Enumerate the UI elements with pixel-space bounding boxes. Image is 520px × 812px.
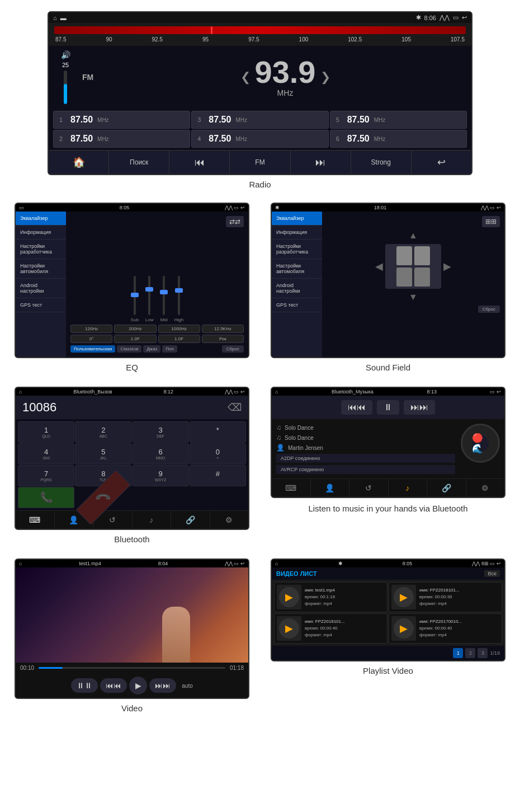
home-icon[interactable]: ⌂ (53, 15, 57, 21)
eq-val-1f[interactable]: 1.0F (114, 335, 156, 343)
preset-2[interactable]: 2 87.50 MHz (53, 130, 190, 148)
sf-menu-car[interactable]: Настройки автомобиля (272, 259, 322, 279)
eq-val-1f2[interactable]: 1.0F (158, 335, 200, 343)
playlist-filter-btn[interactable]: Все (484, 570, 500, 577)
bt-next-btn[interactable]: ⏭⏭ (404, 400, 435, 415)
sf-right-arrow[interactable]: ▶ (443, 260, 451, 273)
dial-7[interactable]: 7PQRS (18, 465, 74, 486)
bt-nav-settings[interactable]: ⚙ (210, 511, 249, 529)
dial-star[interactable]: * (190, 421, 246, 443)
back-icon[interactable]: ↩ (462, 14, 467, 21)
eq-menu-gps[interactable]: GPS тест (16, 298, 66, 312)
bt-music-nav-dialpad[interactable]: ⌨ (272, 479, 311, 497)
eq-track-low[interactable] (148, 276, 150, 315)
strong-nav-btn[interactable]: Strong (351, 151, 412, 174)
sf-left-arrow[interactable]: ◀ (375, 260, 383, 273)
dial-hash[interactable]: # (190, 465, 246, 486)
bt-play-btn[interactable]: ⏸ (377, 400, 399, 415)
preset-6[interactable]: 6 87.50 MHz (330, 130, 467, 148)
bt-nav-link[interactable]: 🔗 (171, 511, 210, 529)
bt-nav-music[interactable]: ♪ (133, 511, 172, 529)
eq-track-sub[interactable] (134, 276, 136, 315)
dial-4[interactable]: 4GHI (18, 443, 74, 464)
eq-reset-btn[interactable]: Сброс (222, 345, 244, 353)
eq-freq-1k[interactable]: 1000Hz (158, 325, 200, 333)
eq-track-mid[interactable] (163, 276, 165, 315)
eq-preset-pop[interactable]: Поп (162, 345, 177, 353)
sf-menu-gps[interactable]: GPS тест (272, 298, 322, 312)
preset-5[interactable]: 5 87.50 MHz (330, 111, 467, 129)
preset-num: 3 (197, 116, 204, 123)
eq-menu-android[interactable]: Android настройки (16, 279, 66, 298)
bt-nav-dialpad[interactable]: ⌨ (16, 511, 55, 529)
volume-bar[interactable] (64, 71, 67, 104)
prev-freq-btn[interactable]: ❮ (240, 70, 250, 85)
next-freq-btn[interactable]: ❯ (320, 70, 330, 85)
dial-1[interactable]: 1QLD (18, 421, 74, 443)
eq-menu-car[interactable]: Настройки автомобиля (16, 259, 66, 279)
search-nav-btn[interactable]: Поиск (109, 151, 169, 174)
page-2-btn[interactable]: 2 (465, 648, 475, 658)
sf-icon-btn[interactable]: ⊞⊞ (482, 216, 500, 227)
preset-num: 2 (59, 135, 66, 142)
playlist-item-4[interactable]: ▶ имя: FPZ20170010... время: 00:00:40 фо… (389, 613, 502, 644)
bt-music-nav-settings[interactable]: ⚙ (466, 479, 505, 497)
eq-freq-125k[interactable]: 12.5KHz (202, 325, 244, 333)
preset-freq: 87.50 (209, 115, 231, 125)
dial-9[interactable]: 9WXYZ (133, 465, 189, 486)
next-nav-btn[interactable]: ⏭ (291, 151, 351, 174)
preset-1[interactable]: 1 87.50 MHz (53, 111, 190, 129)
eq-menu-info[interactable]: Информация (16, 226, 66, 240)
sf-down-arrow[interactable]: ▼ (409, 292, 418, 302)
preset-3[interactable]: 3 87.50 MHz (191, 111, 328, 129)
bt-music-nav-contacts[interactable]: 👤 (311, 479, 350, 497)
dial-5[interactable]: 5JKL (75, 443, 131, 464)
tuner-slider-container[interactable] (54, 26, 466, 34)
eq-val-rok[interactable]: Рок (202, 335, 244, 343)
sf-up-arrow[interactable]: ▲ (409, 231, 418, 241)
bt-music-nav-calls[interactable]: ↺ (349, 479, 389, 497)
eq-val-0[interactable]: 0° (70, 335, 112, 343)
eq-menu-eq[interactable]: Эквалайзер (16, 212, 66, 226)
home-nav-btn[interactable]: 🏠 (49, 151, 109, 174)
dial-3[interactable]: 3DEF (133, 421, 189, 443)
video-forward-btn[interactable]: ⏭⏭ (149, 678, 176, 693)
video-rewind-btn[interactable]: ⏮⏮ (100, 678, 127, 693)
sf-reset-btn[interactable]: Сброс (478, 306, 500, 313)
eq-preset-user[interactable]: Пользовательская (70, 345, 115, 353)
playlist-thumb-4: ▶ (391, 616, 416, 641)
sf-menu-info[interactable]: Информация (272, 226, 322, 240)
dial-2[interactable]: 2ABC (75, 421, 131, 443)
eq-menu-dev[interactable]: Настройки разработчика (16, 240, 66, 259)
playlist-item-1[interactable]: ▶ имя: test1.mp4 время: 00:1:18 формат: … (274, 582, 387, 612)
dial-6[interactable]: 6MNO (133, 443, 189, 464)
video-play-btn[interactable]: ▶ (129, 677, 147, 694)
playlist-item-3[interactable]: ▶ имя: FPZ2018101... время: 00:00:40 фор… (274, 613, 387, 644)
video-seekbar[interactable] (39, 667, 225, 669)
bt-music-nav-music[interactable]: ♪ (389, 479, 428, 497)
sf-menu-dev[interactable]: Настройки разработчика (272, 240, 322, 259)
dial-call-btn[interactable]: 📞 (18, 487, 74, 508)
eq-mode-btn[interactable]: ⇄⇄ (226, 216, 244, 227)
page-1-btn[interactable]: 1 (453, 648, 463, 658)
bt-del-btn[interactable]: ⌫ (228, 401, 242, 414)
bt-music-home: ⌂ (275, 389, 278, 395)
page-3-btn[interactable]: 3 (478, 648, 488, 658)
eq-preset-jazz[interactable]: Джаз (143, 345, 160, 353)
prev-nav-btn[interactable]: ⏮ (169, 151, 230, 174)
eq-freq-200[interactable]: 200Hz (114, 325, 156, 333)
playlist-item-2[interactable]: ▶ имя: FPZ2018101... время: 00:00:39 фор… (389, 582, 502, 612)
volume-section: 🔊 25 (54, 50, 77, 104)
eq-freq-120[interactable]: 120Hz (70, 325, 112, 333)
back-nav-btn[interactable]: ↩ (412, 151, 471, 174)
eq-track-high[interactable] (178, 276, 180, 315)
eq-preset-classical[interactable]: Classical (117, 345, 141, 353)
dial-0[interactable]: 0+ (190, 443, 246, 464)
preset-4[interactable]: 4 87.50 MHz (191, 130, 328, 148)
video-pause-btn[interactable]: ⏸⏸ (71, 678, 98, 693)
sf-menu-eq[interactable]: Эквалайзер (272, 212, 322, 226)
bt-prev-btn[interactable]: ⏮⏮ (341, 400, 372, 415)
fm-nav-btn[interactable]: FM (230, 151, 290, 174)
sf-menu-android[interactable]: Android настройки (272, 279, 322, 298)
bt-music-nav-link[interactable]: 🔗 (427, 479, 466, 497)
